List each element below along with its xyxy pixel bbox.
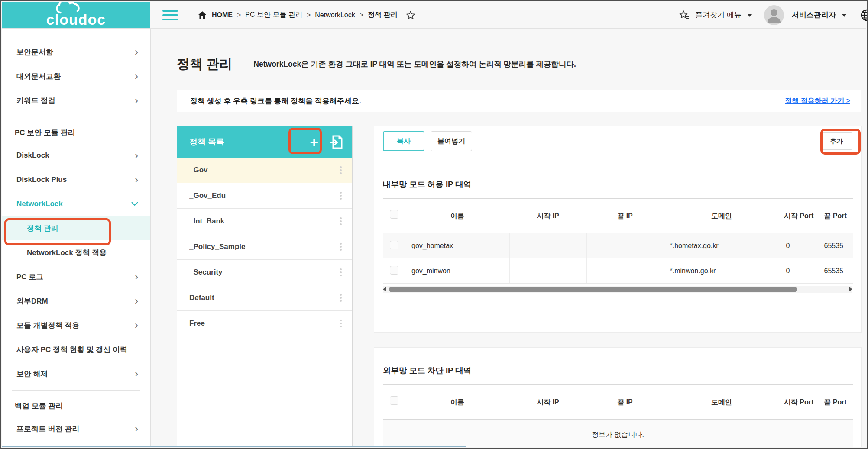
sidebar-item-secure-docbox[interactable]: 보안문서함 ›	[2, 40, 150, 64]
user-name[interactable]: 서비스관리자	[792, 10, 836, 20]
policy-list-item[interactable]: Default	[177, 285, 352, 311]
breadcrumb-networklock[interactable]: NetworkLock	[315, 11, 355, 19]
chevron-right-icon: ›	[135, 271, 138, 282]
breadcrumb-pc-security[interactable]: PC 보안 모듈 관리	[245, 10, 302, 19]
page-title: 정책 관리	[177, 55, 232, 73]
scroll-left-arrow-icon[interactable]	[383, 287, 386, 291]
sidebar-item-user-pc-policy-status[interactable]: 사용자 PC 정책 현황 및 갱신 이력	[2, 337, 150, 362]
sidebar-item-project-version[interactable]: 프로젝트 버전 관리 ›	[2, 417, 150, 441]
column-header: 시작 IP	[509, 199, 586, 233]
cell-name: gov_hometax	[405, 233, 509, 258]
copy-button[interactable]: 복사	[383, 131, 424, 151]
sidebar-item-module-individual-policy[interactable]: 모듈 개별정책 적용 ›	[2, 313, 150, 337]
kebab-menu-icon[interactable]	[338, 165, 343, 176]
globe-icon[interactable]	[860, 9, 868, 22]
cell-domain: *.minwon.go.kr	[664, 258, 780, 284]
sidebar-item-disklock[interactable]: DiskLock ›	[2, 143, 150, 168]
column-header: 이름	[405, 385, 509, 420]
column-header: 끝 Port	[818, 385, 853, 420]
kebab-menu-icon[interactable]	[338, 318, 343, 329]
sidebar-item-security-release[interactable]: 보안 해제 ›	[2, 362, 150, 386]
kebab-menu-icon[interactable]	[338, 241, 343, 252]
empty-state-text: 정보가 없습니다.	[383, 420, 853, 448]
chevron-right-icon: ›	[135, 71, 138, 81]
sidebar-subitem-label: 정책 관리	[27, 223, 58, 233]
policy-list-item[interactable]: _Gov_Edu	[177, 183, 352, 209]
column-header: 시작 Port	[780, 385, 818, 420]
block-ip-table: 이름 시작 IP 끝 IP 도메인 시작 Port 끝 Port 정보가 없습니…	[383, 384, 853, 447]
sidebar-item-disklock-plus[interactable]: DiskLock Plus ›	[2, 168, 150, 192]
policy-list-item[interactable]: Free	[177, 311, 352, 336]
home-icon[interactable]	[197, 10, 207, 20]
sidebar-subitem-label: NetworkLock 정책 적용	[27, 248, 107, 258]
table-row[interactable]: gov_minwon *.minwon.go.kr 0 65535	[383, 258, 853, 284]
sidebar-subitem-networklock-policy-apply[interactable]: NetworkLock 정책 적용	[2, 240, 150, 265]
policy-name: _Gov	[189, 166, 208, 174]
select-all-checkbox[interactable]	[390, 210, 398, 219]
table-header-row: 이름 시작 IP 끝 IP 도메인 시작 Port 끝 Port	[383, 385, 853, 420]
sidebar-item-pc-log[interactable]: PC 로그 ›	[2, 265, 150, 289]
caret-down-icon[interactable]	[842, 14, 846, 17]
scrollbar-thumb[interactable]	[389, 287, 797, 292]
sidebar-divider	[12, 117, 140, 117]
hamburger-menu-icon[interactable]	[162, 10, 178, 20]
sidebar-divider	[12, 390, 140, 391]
sidebar-item-keyword-check[interactable]: 키워드 점검 ›	[2, 88, 150, 113]
chevron-right-icon: ›	[135, 150, 138, 161]
sidebar-item-label: 대외문서교환	[16, 71, 61, 81]
kebab-menu-icon[interactable]	[338, 267, 343, 278]
logo[interactable]: cloudoc	[2, 2, 150, 28]
sidebar-item-label: 키워드 점검	[16, 96, 55, 106]
policy-list-item[interactable]: _Policy_Sample	[177, 234, 352, 260]
sidebar-section-backup-module: 백업 모듈 관리	[2, 395, 150, 417]
apply-policy-link[interactable]: 정책 적용하러 가기 >	[785, 97, 850, 106]
table-header-row: 이름 시작 IP 끝 IP 도메인 시작 Port 끝 Port	[383, 199, 853, 233]
sidebar-subitem-policy-management[interactable]: 정책 관리	[2, 216, 150, 240]
cell-end-port: 65535	[818, 258, 853, 284]
sidebar-item-networklock[interactable]: NetworkLock	[2, 192, 150, 216]
empty-state-row: 정보가 없습니다.	[383, 420, 853, 448]
policy-name: _Int_Bank	[189, 217, 224, 226]
sidebar-item-label: 모듈 개별정책 적용	[16, 320, 79, 330]
horizontal-scrollbar[interactable]	[383, 286, 852, 293]
policy-name: Default	[189, 294, 214, 302]
avatar[interactable]	[764, 5, 784, 25]
chevron-right-icon: ›	[135, 296, 138, 306]
paste-button[interactable]: 붙여넣기	[431, 131, 472, 151]
breadcrumb-separator: >	[360, 11, 363, 19]
policy-list-panel: 정책 목록 + _Gov _Gov_Edu	[177, 126, 353, 447]
row-checkbox[interactable]	[390, 266, 398, 275]
column-header: 끝 IP	[586, 199, 664, 233]
notice-bar: 정책 생성 후 우측 링크를 통해 정책을 적용해주세요. 정책 적용하러 가기…	[177, 90, 861, 112]
policy-list-header: 정책 목록 +	[177, 126, 352, 158]
block-ip-panel: 외부망 모드 차단 IP 대역 이름 시작 IP 끝 IP 도메인 시작 Por…	[374, 347, 862, 447]
chevron-right-icon: ›	[135, 423, 138, 434]
kebab-menu-icon[interactable]	[338, 216, 343, 227]
scroll-right-arrow-icon[interactable]	[849, 287, 852, 291]
add-policy-icon[interactable]: +	[310, 135, 318, 149]
column-header: 시작 IP	[509, 385, 586, 420]
kebab-menu-icon[interactable]	[338, 292, 343, 304]
select-all-checkbox[interactable]	[390, 396, 398, 405]
add-button[interactable]: 추가	[820, 132, 852, 150]
breadcrumb: HOME > PC 보안 모듈 관리 > NetworkLock > 정책 관리	[197, 10, 416, 20]
breadcrumb-home[interactable]: HOME	[212, 11, 233, 19]
row-checkbox[interactable]	[390, 241, 398, 249]
caret-down-icon[interactable]	[748, 14, 752, 17]
app-window: cloudoc HOME > PC 보안 모듈 관리 > NetworkLock…	[0, 0, 868, 449]
policy-list-item[interactable]: _Int_Bank	[177, 209, 352, 234]
sidebar-item-external-drm[interactable]: 외부DRM ›	[2, 289, 150, 313]
sidebar-item-external-doc-exchange[interactable]: 대외문서교환 ›	[2, 64, 150, 88]
cell-start-ip	[509, 258, 586, 284]
kebab-menu-icon[interactable]	[338, 190, 343, 201]
favorites-menu[interactable]: 즐겨찾기 메뉴	[695, 10, 742, 20]
policy-list-item[interactable]: _Security	[177, 260, 352, 285]
table-row[interactable]: gov_hometax *.hometax.go.kr 0 65535	[383, 233, 853, 258]
policy-name: _Security	[189, 268, 223, 277]
breadcrumb-separator: >	[307, 11, 311, 19]
cell-end-ip	[586, 233, 664, 258]
favorite-star-icon[interactable]	[405, 10, 416, 20]
column-header: 이름	[405, 199, 509, 233]
import-policy-icon[interactable]	[330, 135, 343, 149]
policy-list-item[interactable]: _Gov	[177, 158, 352, 183]
